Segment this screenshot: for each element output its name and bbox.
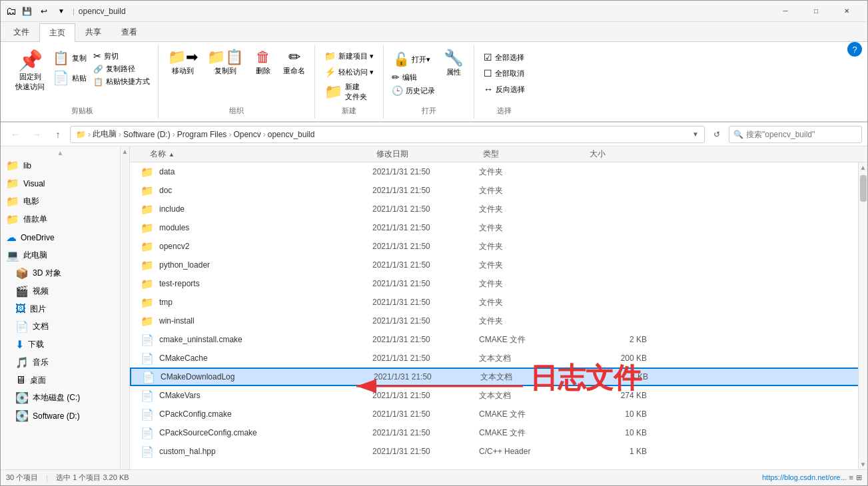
sidebar-item-visual[interactable]: 📁 Visual [1, 174, 120, 192]
sidebar-item-lib[interactable]: 📁 lib [1, 156, 120, 174]
rename-button[interactable]: ✏重命名 [279, 49, 309, 77]
file-row[interactable]: 📁 modules 2021/1/31 21:50 文件夹 [130, 218, 867, 237]
file-row[interactable]: 📄 custom_hal.hpp 2021/1/31 21:50 C/C++ H… [130, 442, 867, 461]
sidebar-item-video[interactable]: 🎬 视频 [1, 282, 120, 300]
file-area: 名称 ▲ 修改日期 类型 大小 📁 data 2021/1/31 21:50 文… [130, 146, 867, 469]
copy-to-button[interactable]: 📁📋复制到 [203, 49, 247, 77]
sidebar-label: 借款单 [23, 214, 47, 225]
copy-button[interactable]: 📋 复制 [50, 49, 89, 67]
down-arrow-quick-btn[interactable]: ▼ [54, 4, 69, 19]
delete-button[interactable]: 🗑删除 [248, 49, 278, 77]
search-input[interactable] [746, 130, 857, 139]
copy-path-button[interactable]: 🔗复制路径 [91, 63, 153, 75]
col-header-name[interactable]: 名称 ▲ [150, 148, 376, 160]
easy-access-button[interactable]: ⚡轻松访问 ▾ [320, 65, 378, 79]
sidebar-item-onedrive[interactable]: ☁ OneDrive [1, 228, 120, 246]
search-box[interactable]: 🔍 [729, 126, 862, 143]
sidebar-item-drive-d[interactable]: 💽 Software (D:) [1, 407, 120, 425]
sidebar-label: 图片 [30, 304, 46, 315]
breadcrumb-part: 📁 [76, 130, 86, 139]
file-row[interactable]: 📄 CPackSourceConfig.cmake 2021/1/31 21:5… [130, 423, 867, 442]
file-row[interactable]: 📄 CMakeCache 2021/1/31 21:50 文本文档 200 KB [130, 349, 867, 367]
history-button[interactable]: 🕒历史记录 [389, 85, 438, 97]
sidebar-item-drive-c[interactable]: 💽 本地磁盘 (C:) [1, 389, 120, 407]
scroll-up-arrow[interactable]: ▲ [859, 162, 867, 172]
video-icon: 🎬 [15, 285, 29, 298]
sidebar-item-music[interactable]: 🎵 音乐 [1, 354, 120, 371]
view-details-btn[interactable]: ≡ [849, 473, 853, 482]
col-header-type[interactable]: 类型 [483, 148, 590, 160]
scroll-thumb[interactable] [860, 175, 867, 202]
file-row[interactable]: 📁 win-install 2021/1/31 21:50 文件夹 [130, 312, 867, 330]
file-row-include[interactable]: 📁 include 2021/1/31 21:50 文件夹 [130, 200, 867, 218]
paste-shortcut-button[interactable]: 📋粘贴快捷方式 [91, 76, 153, 87]
clipboard-label: 剪贴板 [11, 103, 153, 116]
invert-select-button[interactable]: ↔反向选择 [480, 82, 529, 97]
file-row[interactable]: 📁 tmp 2021/1/31 21:50 文件夹 [130, 293, 867, 312]
tab-share[interactable]: 共享 [75, 23, 111, 41]
sidebar-item-3d[interactable]: 📦 3D 对象 [1, 264, 120, 282]
tab-home[interactable]: 主页 [39, 23, 75, 42]
new-folder-button[interactable]: 📁新建文件夹 [320, 81, 371, 103]
scroll-up-btn[interactable]: ▲ [122, 148, 129, 155]
file-row[interactable]: 📄 CPackConfig.cmake 2021/1/31 21:50 CMAK… [130, 405, 867, 423]
tab-view[interactable]: 查看 [111, 23, 147, 41]
desktop-icon: 🖥 [15, 374, 26, 386]
file-row[interactable]: 📁 doc 2021/1/31 21:50 文件夹 [130, 181, 867, 200]
forward-button[interactable]: → [27, 125, 46, 144]
group-clipboard: 📌 固定到快速访问 📋 复制 📄 粘贴 [6, 45, 159, 119]
sidebar-item-movies[interactable]: 📁 电影 [1, 192, 120, 210]
sidebar-item-desktop[interactable]: 🖥 桌面 [1, 371, 120, 389]
group-select: ☑全部选择 ☐全部取消 ↔反向选择 选择 [474, 45, 534, 119]
properties-button[interactable]: 🔧属性 [439, 49, 468, 79]
sidebar-item-loans[interactable]: 📁 借款单 [1, 210, 120, 228]
select-all-button[interactable]: ☑全部选择 [480, 50, 529, 65]
file-row[interactable]: 📁 opencv2 2021/1/31 21:50 文件夹 [130, 237, 867, 256]
sidebar-label: 视频 [33, 286, 49, 297]
address-path[interactable]: 📁 › 此电脑 › Software (D:) › Program Files … [70, 126, 705, 143]
back-button[interactable]: ← [6, 125, 25, 144]
up-button[interactable]: ↑ [49, 125, 67, 144]
vertical-scrollbar[interactable]: ▲ ▼ [858, 162, 867, 469]
file-icon: 📄 [141, 408, 154, 421]
file-row-cmake-download-log[interactable]: 📄 CMakeDownloadLog 2021/1/31 21:50 文本文档 … [130, 367, 867, 386]
move-to-button[interactable]: 📁➡移动到 [164, 49, 202, 77]
folder-icon: 📁 [141, 203, 154, 216]
item-count: 30 个项目 [6, 473, 38, 483]
edit-button[interactable]: ✏编辑 [389, 71, 420, 83]
file-row-python-loader[interactable]: 📁 python_loader 2021/1/31 21:50 文件夹 [130, 256, 867, 274]
paste-button[interactable]: 📄 粘贴 [50, 69, 89, 87]
pin-button[interactable]: 📌 固定到快速访问 [11, 49, 49, 94]
sidebar-label: OneDrive [21, 233, 55, 242]
sidebar-item-docs[interactable]: 📄 文档 [1, 318, 120, 336]
new-item-button[interactable]: 📁新建项目 ▾ [320, 49, 378, 63]
open-button[interactable]: 🔓打开▾ [389, 49, 434, 70]
file-row[interactable]: 📄 cmake_uninstall.cmake 2021/1/31 21:50 … [130, 330, 867, 349]
sidebar-item-pictures[interactable]: 🖼 图片 [1, 300, 120, 318]
save-quick-btn[interactable]: 💾 [19, 4, 34, 19]
close-button[interactable]: ✕ [831, 1, 862, 22]
cut-button[interactable]: ✂剪切 [91, 50, 153, 62]
status-bar: 30 个项目 | 选中 1 个项目 3.20 KB https://blog.c… [1, 469, 867, 485]
maximize-button[interactable]: □ [801, 1, 831, 22]
help-button[interactable]: ? [847, 42, 862, 57]
minimize-button[interactable]: ─ [770, 1, 801, 22]
col-header-date[interactable]: 修改日期 [376, 148, 483, 160]
scroll-down-arrow[interactable]: ▼ [859, 459, 867, 469]
file-row[interactable]: 📁 data 2021/1/31 21:50 文件夹 [130, 162, 867, 181]
tab-file[interactable]: 文件 [3, 23, 39, 41]
sidebar-item-downloads[interactable]: ⬇ 下载 [1, 336, 120, 354]
col-header-size[interactable]: 大小 [590, 148, 656, 160]
folder-icon: 📁 [141, 166, 154, 178]
view-large-icons-btn[interactable]: ⊞ [856, 473, 862, 482]
file-row[interactable]: 📁 test-reports 2021/1/31 21:50 文件夹 [130, 274, 867, 293]
deselect-all-button[interactable]: ☐全部取消 [480, 66, 529, 81]
refresh-button[interactable]: ↺ [707, 125, 726, 144]
ribbon: 文件 主页 共享 查看 ? 📌 固定到快速访问 📋 复制 [1, 22, 867, 122]
ribbon-tabs: 文件 主页 共享 查看 [1, 22, 867, 42]
sidebar-item-computer[interactable]: 💻 此电脑 [1, 246, 120, 264]
undo-quick-btn[interactable]: ↩ [37, 4, 51, 19]
sidebar-scrollbar[interactable]: ▲ [121, 146, 130, 469]
file-row[interactable]: 📄 CMakeVars 2021/1/31 21:50 文本文档 274 KB [130, 386, 867, 405]
file-icon: 📄 [141, 427, 154, 439]
